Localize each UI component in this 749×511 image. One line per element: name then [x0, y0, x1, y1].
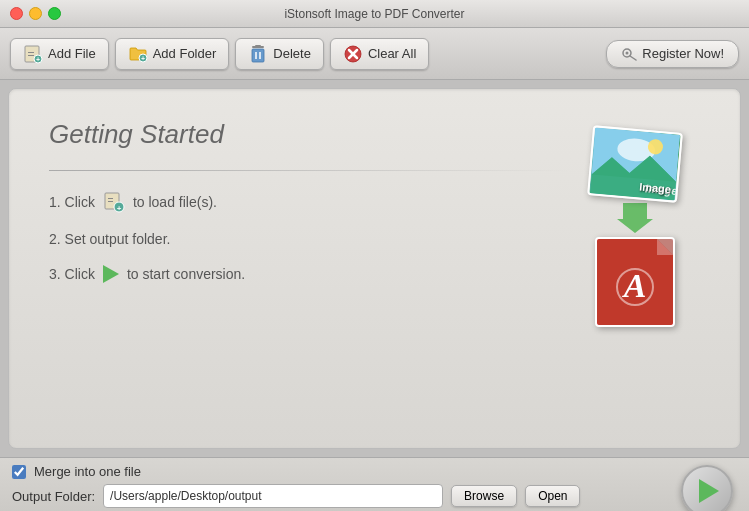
close-button[interactable]	[10, 7, 23, 20]
svg-rect-20	[108, 201, 113, 202]
output-folder-label: Output Folder:	[12, 489, 95, 504]
svg-marker-32	[657, 239, 673, 255]
bottom-bar: Merge into one file Output Folder: Brows…	[0, 457, 749, 511]
minimize-button[interactable]	[29, 7, 42, 20]
open-button[interactable]: Open	[525, 485, 580, 507]
output-row: Output Folder: Browse Open	[12, 484, 737, 508]
merge-label: Merge into one file	[34, 464, 141, 479]
step-1: 1. Click + to load file(s).	[49, 191, 570, 213]
maximize-button[interactable]	[48, 7, 61, 20]
start-conversion-button[interactable]	[681, 465, 733, 511]
delete-button[interactable]: Delete	[235, 38, 324, 70]
add-folder-button[interactable]: + Add Folder	[115, 38, 230, 70]
delete-icon	[248, 44, 268, 64]
merge-checkbox[interactable]	[12, 465, 26, 479]
steps-list: 1. Click + to load file(s). 2. Set outpu…	[49, 191, 570, 283]
output-path-input[interactable]	[103, 484, 443, 508]
arrow-down	[617, 203, 653, 233]
add-folder-icon: +	[128, 44, 148, 64]
register-button[interactable]: Register Now!	[606, 40, 739, 68]
clear-all-icon	[343, 44, 363, 64]
svg-marker-31	[657, 239, 673, 255]
merge-row: Merge into one file	[12, 464, 737, 479]
clear-all-button[interactable]: Clear All	[330, 38, 429, 70]
window-title: iStonsoft Image to PDF Converter	[284, 7, 464, 21]
svg-text:+: +	[141, 55, 145, 62]
svg-rect-19	[108, 198, 113, 199]
browse-button[interactable]: Browse	[451, 485, 517, 507]
step-2: 2. Set output folder.	[49, 231, 570, 247]
svg-rect-9	[252, 49, 264, 62]
svg-text:+: +	[36, 56, 40, 63]
image-card: Image	[587, 125, 683, 203]
svg-rect-2	[28, 55, 34, 56]
play-triangle-icon	[699, 479, 719, 503]
svg-line-16	[630, 56, 636, 60]
getting-started-title: Getting Started	[49, 119, 570, 150]
svg-rect-1	[28, 52, 34, 53]
toolbar: + Add File + Add Folder Delete Clear All	[0, 28, 749, 80]
svg-point-17	[626, 51, 629, 54]
pdf-card: A	[595, 237, 675, 327]
play-step-icon	[103, 265, 119, 283]
window-controls[interactable]	[10, 7, 61, 20]
illustration: Image A	[570, 119, 700, 418]
main-content: Getting Started 1. Click + to load file(…	[8, 88, 741, 449]
getting-started-panel: Getting Started 1. Click + to load file(…	[49, 119, 570, 418]
step-3: 3. Click to start conversion.	[49, 265, 570, 283]
add-file-button[interactable]: + Add File	[10, 38, 109, 70]
divider	[49, 170, 570, 171]
svg-marker-29	[617, 203, 653, 233]
svg-rect-8	[255, 45, 261, 47]
title-bar: iStonsoft Image to PDF Converter	[0, 0, 749, 28]
svg-text:+: +	[117, 204, 122, 213]
key-icon	[621, 46, 637, 62]
load-files-icon: +	[103, 191, 125, 213]
add-file-icon: +	[23, 44, 43, 64]
